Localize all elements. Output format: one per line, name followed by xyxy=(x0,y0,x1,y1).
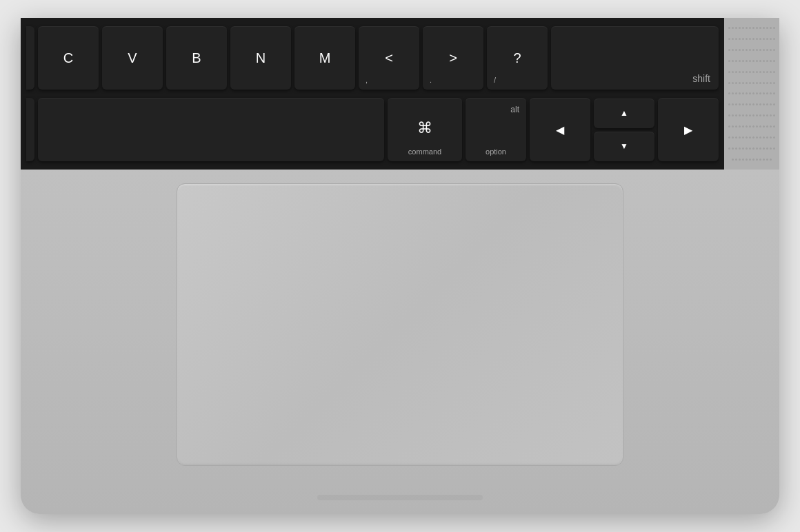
speaker-dot xyxy=(756,49,758,51)
speaker-dot xyxy=(746,49,748,51)
speaker-dot xyxy=(756,147,758,150)
speaker-dot xyxy=(773,49,775,51)
speaker-dot xyxy=(763,82,765,84)
speaker-dot xyxy=(752,60,754,62)
speaker-dot xyxy=(759,92,761,94)
speaker-dot xyxy=(756,114,758,116)
key-v[interactable]: V xyxy=(102,26,163,90)
speaker-dot xyxy=(773,147,775,150)
key-space-region[interactable] xyxy=(38,98,384,161)
speaker-dot xyxy=(735,158,737,161)
speaker-dot xyxy=(756,125,758,127)
key-m[interactable]: M xyxy=(294,26,355,90)
speaker-dot xyxy=(739,92,741,94)
speaker-dot xyxy=(752,49,754,51)
speaker-dot xyxy=(728,27,730,29)
speaker-dot xyxy=(739,158,741,161)
speaker-dot xyxy=(728,114,730,116)
speaker-dot xyxy=(752,158,754,161)
speaker-dot xyxy=(773,27,775,29)
speaker-dot xyxy=(746,114,748,116)
speaker-dot xyxy=(735,92,737,94)
key-arrow-up[interactable]: ▲ xyxy=(594,99,654,128)
speaker-dot xyxy=(756,158,758,161)
speaker-dot xyxy=(773,82,775,84)
speaker-dot xyxy=(739,82,741,84)
key-command[interactable]: ⌘ command xyxy=(388,98,462,161)
key-b[interactable]: B xyxy=(166,26,227,90)
speaker-dot xyxy=(759,125,761,127)
speaker-dot xyxy=(735,136,737,139)
speaker-dot xyxy=(766,158,768,161)
speaker-dot xyxy=(770,125,772,127)
speaker-dot xyxy=(763,38,765,40)
speaker-dot xyxy=(728,147,730,150)
speaker-dot xyxy=(773,125,775,127)
speaker-dot xyxy=(739,125,741,127)
speaker-dot xyxy=(770,136,772,139)
speaker-dot xyxy=(728,103,730,105)
speaker-dot xyxy=(752,82,754,84)
speaker-dot xyxy=(759,82,761,84)
speaker-dot xyxy=(756,27,758,29)
speaker-dot xyxy=(770,92,772,94)
speaker-dot xyxy=(749,71,751,73)
keyboard-row-2: ⌘ command alt option ◀ ▲ xyxy=(26,94,719,167)
speaker-dot xyxy=(752,125,754,127)
speaker-dot xyxy=(756,92,758,94)
speaker-dot xyxy=(766,38,768,40)
key-arrow-down[interactable]: ▼ xyxy=(594,132,654,161)
speaker-dot xyxy=(742,158,744,161)
speaker-dot xyxy=(773,114,775,116)
speaker-dot xyxy=(749,136,751,139)
speaker-dot xyxy=(759,49,761,51)
speaker-dot xyxy=(728,49,730,51)
speaker-dot xyxy=(742,38,744,40)
speaker-dot xyxy=(746,92,748,94)
speaker-dot xyxy=(728,136,730,139)
key-n[interactable]: N xyxy=(230,26,291,90)
speaker-dot xyxy=(773,92,775,94)
speaker-dot xyxy=(732,147,734,150)
speaker-dot xyxy=(746,71,748,73)
speaker-dot xyxy=(735,125,737,127)
speaker-dot xyxy=(766,147,768,150)
speaker-dot xyxy=(739,38,741,40)
speaker-dot xyxy=(766,27,768,29)
speaker-dot xyxy=(756,60,758,62)
speaker-dot xyxy=(766,49,768,51)
speaker-dot xyxy=(749,103,751,105)
speaker-dot xyxy=(732,27,734,29)
speaker-dot xyxy=(739,60,741,62)
key-comma[interactable]: < , xyxy=(359,26,419,90)
keyboard-row-1: C V B N M xyxy=(26,21,719,94)
speaker-dot xyxy=(770,71,772,73)
key-option[interactable]: alt option xyxy=(466,98,526,161)
speaker-dot xyxy=(749,82,751,84)
key-slash[interactable]: ? / xyxy=(487,26,548,90)
key-arrow-left[interactable]: ◀ xyxy=(530,98,590,161)
speaker-dot xyxy=(728,71,730,73)
speaker-dot xyxy=(749,49,751,51)
trackpad-section xyxy=(21,170,779,514)
speaker-dot xyxy=(728,38,730,40)
speaker-dot xyxy=(732,114,734,116)
speaker-dot xyxy=(742,27,744,29)
speaker-dot xyxy=(763,60,765,62)
speaker-dot xyxy=(746,158,748,161)
speaker-dot xyxy=(756,136,758,139)
speaker-dot xyxy=(728,92,730,94)
speaker-dot xyxy=(746,60,748,62)
key-arrow-right[interactable]: ▶ xyxy=(658,98,719,161)
speaker-dot xyxy=(742,114,744,116)
key-c[interactable]: C xyxy=(38,26,99,90)
speaker-dot xyxy=(766,71,768,73)
speaker-dot xyxy=(752,71,754,73)
key-period[interactable]: > . xyxy=(423,26,483,90)
speaker-dot xyxy=(742,136,744,139)
speaker-dot xyxy=(766,60,768,62)
speaker-dot xyxy=(735,103,737,105)
key-shift[interactable]: shift xyxy=(551,26,719,90)
trackpad[interactable] xyxy=(177,183,623,466)
laptop-bottom-bar xyxy=(317,495,483,500)
